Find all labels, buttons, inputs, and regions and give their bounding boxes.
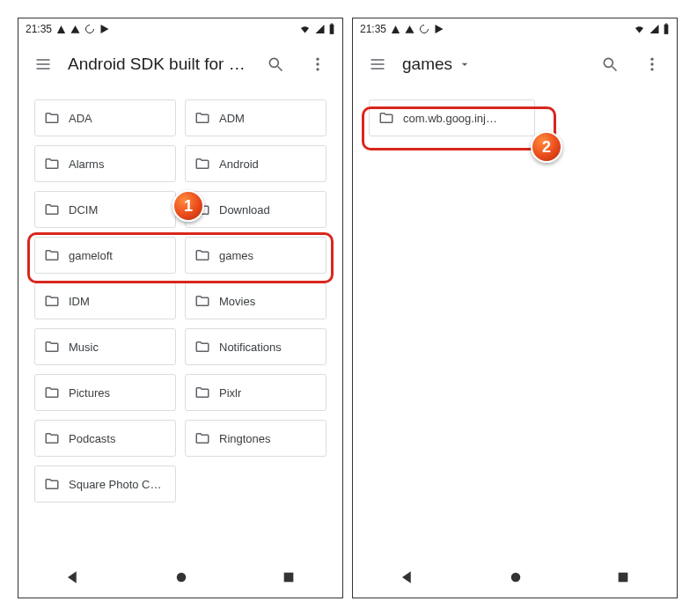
- page-title: games: [402, 55, 452, 74]
- folder-icon: [194, 293, 210, 309]
- folder-item[interactable]: Alarms: [34, 145, 176, 182]
- nav-recent[interactable]: [616, 570, 630, 584]
- svg-point-2: [269, 58, 278, 67]
- menu-button[interactable]: [360, 47, 395, 82]
- folder-list: com.wb.goog.inj…: [369, 99, 661, 136]
- svg-point-5: [316, 62, 319, 65]
- nav-bar: [353, 557, 677, 598]
- chevron-down-icon: [458, 57, 472, 71]
- folder-item[interactable]: Podcasts: [34, 420, 176, 457]
- debug-icon: [56, 25, 66, 34]
- nav-back[interactable]: [400, 569, 415, 585]
- folder-item[interactable]: games: [185, 237, 326, 274]
- folder-item[interactable]: com.wb.goog.inj…: [369, 99, 535, 136]
- folder-item[interactable]: Square Photo Col…: [34, 466, 176, 502]
- sync-icon: [84, 24, 95, 34]
- svg-point-14: [650, 62, 653, 65]
- folder-item[interactable]: IDM: [34, 282, 176, 319]
- folder-item[interactable]: Music: [34, 328, 176, 365]
- svg-point-13: [650, 58, 653, 61]
- phone-screen-1: 21:35 Android SDK built for x… ADAADMAla…: [18, 18, 343, 598]
- folder-item[interactable]: Download: [185, 191, 326, 228]
- signal-icon: [314, 24, 326, 34]
- svg-rect-8: [284, 573, 294, 583]
- folder-label: ADA: [69, 112, 92, 125]
- nav-back[interactable]: [65, 569, 81, 585]
- search-button[interactable]: [258, 47, 293, 82]
- folder-icon: [194, 247, 210, 263]
- app-bar: games: [353, 40, 677, 89]
- folder-label: IDM: [69, 295, 90, 308]
- folder-item[interactable]: Ringtones: [185, 420, 326, 457]
- folder-item[interactable]: ADA: [34, 99, 176, 136]
- svg-point-6: [316, 68, 319, 70]
- content-area: com.wb.goog.inj…: [353, 89, 677, 557]
- folder-label: games: [219, 249, 253, 262]
- folder-item[interactable]: ADM: [185, 99, 326, 136]
- folder-grid: ADAADMAlarmsAndroidDCIMDownloadgameloftg…: [34, 99, 326, 502]
- folder-icon: [194, 430, 210, 446]
- folder-label: Podcasts: [69, 432, 115, 445]
- menu-button[interactable]: [26, 47, 61, 82]
- folder-item[interactable]: Android: [185, 145, 326, 182]
- folder-item[interactable]: Pixlr: [185, 374, 326, 411]
- page-title[interactable]: Android SDK built for x…: [68, 55, 251, 74]
- folder-item[interactable]: Pictures: [34, 374, 176, 411]
- wifi-icon: [298, 24, 312, 34]
- folder-icon: [44, 247, 60, 263]
- nav-home[interactable]: [173, 569, 189, 585]
- folder-label: Music: [69, 341, 99, 354]
- folder-icon: [44, 110, 60, 126]
- folder-item[interactable]: gameloft: [34, 237, 176, 274]
- folder-label: Movies: [219, 295, 255, 308]
- folder-icon: [194, 339, 210, 355]
- play-icon: [434, 24, 444, 34]
- folder-label: Alarms: [69, 158, 104, 171]
- folder-label: ADM: [219, 112, 245, 125]
- status-bar: 21:35: [353, 18, 677, 40]
- folder-label: Ringtones: [219, 432, 271, 445]
- phone-screen-2: 21:35 games com.wb.goog.inj…: [352, 18, 678, 598]
- folder-icon: [194, 385, 210, 400]
- nav-home[interactable]: [508, 569, 524, 585]
- folder-icon: [378, 110, 394, 126]
- folder-icon: [194, 156, 210, 172]
- svg-line-3: [278, 67, 282, 71]
- folder-label: Android: [219, 158, 259, 171]
- folder-label: Download: [219, 203, 270, 216]
- more-button[interactable]: [635, 47, 670, 82]
- folder-item[interactable]: Movies: [185, 282, 326, 319]
- title-dropdown[interactable]: games: [402, 55, 585, 74]
- folder-label: Pixlr: [219, 386, 241, 400]
- folder-icon: [44, 430, 60, 446]
- status-bar: 21:35: [18, 18, 342, 40]
- svg-point-16: [511, 573, 521, 583]
- folder-item[interactable]: DCIM: [34, 191, 176, 228]
- folder-label: DCIM: [69, 203, 98, 216]
- svg-point-7: [177, 573, 187, 583]
- folder-icon: [44, 339, 60, 355]
- folder-item[interactable]: Notifications: [185, 328, 326, 365]
- svg-line-12: [613, 67, 617, 71]
- content-area: ADAADMAlarmsAndroidDCIMDownloadgameloftg…: [18, 89, 342, 557]
- folder-icon: [44, 293, 60, 309]
- svg-rect-1: [331, 24, 333, 25]
- folder-label: gameloft: [69, 249, 113, 262]
- svg-point-11: [604, 58, 613, 67]
- warning-icon: [70, 25, 80, 34]
- svg-point-15: [650, 68, 653, 70]
- warning-icon: [405, 25, 415, 34]
- sync-icon: [419, 24, 429, 34]
- nav-bar: [18, 557, 342, 598]
- nav-recent[interactable]: [282, 570, 296, 584]
- folder-label: Notifications: [219, 341, 282, 354]
- folder-label: Square Photo Col…: [69, 478, 166, 491]
- svg-rect-0: [330, 25, 334, 34]
- status-time: 21:35: [360, 23, 386, 35]
- search-button[interactable]: [592, 47, 627, 82]
- battery-icon: [328, 23, 335, 35]
- wifi-icon: [633, 24, 646, 34]
- folder-icon: [194, 110, 210, 126]
- more-button[interactable]: [300, 47, 335, 82]
- folder-icon: [44, 202, 60, 217]
